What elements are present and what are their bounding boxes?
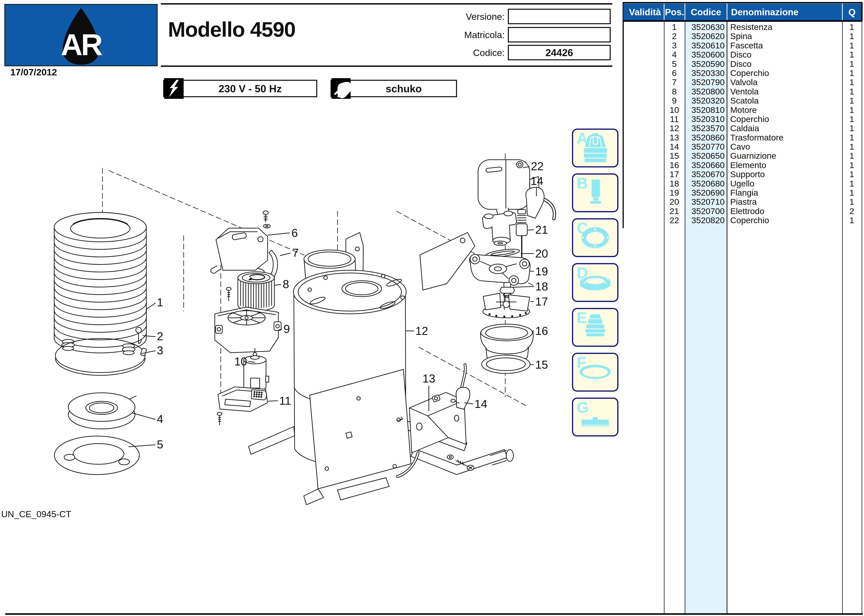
variant-box-g: G	[572, 398, 618, 437]
callout-5: 5	[157, 438, 163, 451]
callout-8: 8	[283, 278, 289, 291]
table-row: 183520680Ugello1	[623, 179, 861, 188]
callout-16: 16	[535, 324, 548, 337]
col-header-denominazione: Denominazione	[727, 3, 842, 20]
variant-box-a: A	[572, 129, 618, 167]
callout-3: 3	[157, 344, 163, 357]
callout-4: 4	[157, 412, 163, 425]
callout-17: 17	[535, 295, 548, 308]
part-14-cable-bottom	[451, 365, 470, 409]
part-4-disc	[68, 393, 136, 429]
table-row: 203520710Piastra1	[623, 197, 861, 206]
table-row: 93520320Scatola1	[623, 96, 861, 105]
part-5-plate	[54, 436, 139, 475]
table-row: 73520790Valvola1	[623, 78, 861, 87]
part-8-fan	[226, 272, 274, 311]
part-11-tray	[217, 387, 268, 425]
part-17-support	[483, 293, 530, 318]
variant-box-c: C	[572, 218, 618, 257]
col-header-pos: Pos.	[664, 3, 684, 20]
parts-table-rows: 13520630Resistenza1 23520620Spina1 33520…	[623, 22, 861, 225]
part-19-flange	[470, 255, 530, 285]
seal-ring-icon	[573, 264, 617, 301]
variant-box-e: E	[572, 308, 618, 347]
callout-1: 1	[157, 296, 163, 309]
table-row: 133520860Trasformatore1	[623, 133, 861, 142]
table-row: 153520650Guarnizione1	[623, 151, 861, 160]
part-1-coil	[54, 212, 146, 355]
callout-7: 7	[292, 246, 299, 259]
flange-gasket-icon	[573, 219, 617, 256]
valve-group	[482, 211, 517, 244]
col-header-codice: Codice	[685, 3, 727, 20]
table-row: 123523570Caldaia1	[623, 124, 861, 133]
callout-22: 22	[531, 160, 544, 173]
callout-18: 18	[535, 280, 548, 293]
callout-12: 12	[415, 324, 428, 337]
callout-6: 6	[292, 226, 298, 239]
callout-21: 21	[535, 223, 548, 236]
connector-cap-icon	[573, 130, 617, 166]
col-header-q: Q	[843, 3, 861, 20]
table-row: 23520620Spina1	[623, 31, 861, 41]
table-row: 13520630Resistenza1	[623, 22, 861, 31]
table-row: 43520600Disco1	[623, 50, 861, 59]
callout-20: 20	[535, 247, 548, 260]
table-row: 53520590Disco1	[623, 59, 861, 68]
callout-11: 11	[279, 394, 291, 407]
table-top-border	[623, 2, 862, 3]
bellows-adapter-icon	[573, 309, 617, 346]
part-10-motor	[244, 348, 269, 391]
table-row: 223520820Coperchio1	[623, 216, 861, 225]
table-row: 213520700Elettrodo2	[623, 206, 861, 216]
callout-2: 2	[157, 330, 163, 343]
part-14-cable-top	[526, 187, 555, 218]
header-underline	[623, 20, 862, 22]
callout-10: 10	[234, 355, 247, 368]
callout-19: 19	[535, 265, 548, 278]
part-6-cover	[211, 211, 270, 275]
callout-14b: 14	[475, 398, 487, 410]
callout-14a: 14	[530, 174, 543, 187]
table-row: 143520770Cavo1	[623, 142, 861, 151]
table-row: 83520800Ventola1	[623, 87, 861, 96]
part-9-box	[215, 307, 281, 353]
cylinder-plug-icon	[573, 174, 617, 211]
variant-box-f: F	[572, 353, 618, 391]
callout-9: 9	[284, 322, 290, 335]
table-right-border-header	[861, 2, 862, 20]
variant-box-d: D	[572, 263, 618, 302]
part-15-oring	[482, 355, 530, 373]
page-bottom-border	[5, 613, 863, 615]
table-right-border	[862, 20, 862, 614]
callout-15: 15	[535, 358, 548, 371]
variant-box-b: B	[572, 173, 618, 212]
table-row: 33520610Fascetta1	[623, 41, 861, 50]
callout-13: 13	[423, 372, 435, 385]
table-row: 163520660Elemento1	[623, 160, 861, 170]
table-row: 63520330Coperchio1	[623, 68, 861, 78]
table-row: 193520690Flangia1	[623, 188, 861, 197]
col-header-validita: Validità	[623, 3, 664, 20]
table-row: 103520810Motore1	[623, 105, 861, 115]
table-row: 173520670Supporto1	[623, 170, 861, 179]
o-ring-icon	[573, 354, 617, 390]
plate-bar-icon	[573, 399, 617, 435]
table-row: 113520310Coperchio1	[623, 115, 861, 124]
